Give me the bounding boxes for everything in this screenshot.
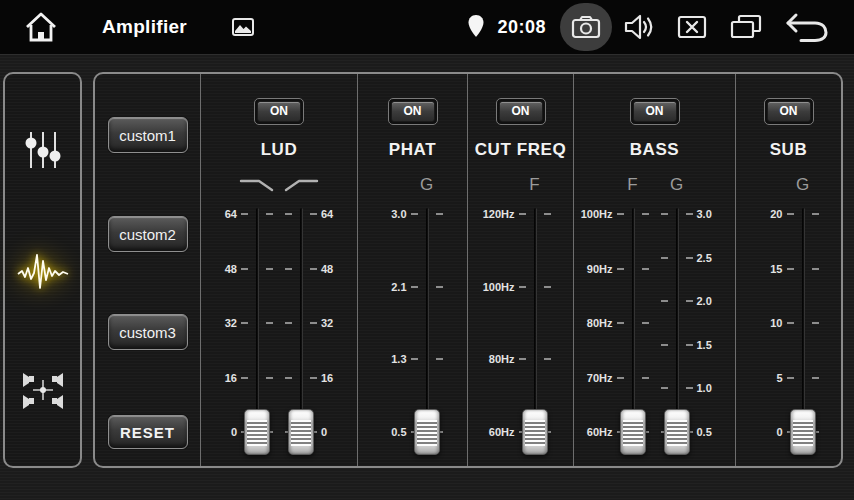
sidebar-item-speaker-balance[interactable]: [13, 360, 73, 420]
tick-dash: [617, 268, 624, 270]
sub-slider-0-knob[interactable]: [790, 409, 816, 455]
slider-track[interactable]: [676, 208, 679, 442]
tick-dash: [787, 213, 794, 215]
param-label-sub-0: G: [796, 175, 809, 195]
amplifier-panel: custom1 custom2 custom3 RESET ONLUD64483…: [93, 72, 843, 468]
tick-label: 80Hz: [489, 352, 515, 366]
tick-dash: [266, 377, 273, 379]
channel-title-sub: SUB: [770, 140, 808, 162]
lud-slider-0: 644832160: [217, 166, 269, 456]
tick-label: 10: [770, 316, 782, 330]
lud-slider-0-body: 644832160: [217, 204, 269, 456]
tick-dash: [285, 213, 292, 215]
sidebar-item-equalizer[interactable]: [13, 120, 73, 180]
tick-label: 100Hz: [581, 207, 613, 221]
bass-slider-1-knob[interactable]: [664, 409, 690, 455]
tick-dash: [544, 286, 551, 288]
tick-dash: [544, 213, 551, 215]
slider-track[interactable]: [534, 208, 537, 442]
tick-dash: [661, 387, 668, 389]
tick-label: 2.5: [697, 251, 712, 265]
tick-label: 0: [231, 425, 237, 439]
home-icon: [22, 8, 60, 46]
back-button[interactable]: [784, 10, 830, 44]
sidebar: [3, 72, 82, 468]
sub-slider-0-body: 20151050: [763, 204, 815, 456]
sidebar-item-sound-effects[interactable]: [13, 240, 73, 300]
cut-freq-on-button[interactable]: ON: [499, 101, 543, 122]
channel-title-bass: BASS: [630, 140, 680, 162]
slider-track[interactable]: [426, 208, 429, 442]
tick-dash: [617, 213, 624, 215]
top-bar: Amplifier 20:08: [0, 0, 854, 55]
bass-on-button[interactable]: ON: [633, 101, 677, 122]
tick-dash: [241, 213, 248, 215]
tick-label: 70Hz: [587, 371, 613, 385]
sub-on-frame: ON: [764, 98, 814, 125]
bass-slider-0-header: F: [593, 166, 645, 204]
tick-label: 1.3: [391, 352, 406, 366]
tick-label: 48: [225, 262, 237, 276]
lud-on-frame: ON: [254, 98, 304, 125]
channel-title-lud: LUD: [261, 140, 298, 162]
tick-label: 60Hz: [489, 425, 515, 439]
tick-dash: [411, 358, 418, 360]
phat-slider-0-body: 3.02.11.30.5: [387, 204, 439, 456]
slider-track[interactable]: [300, 208, 303, 442]
custom1-button[interactable]: custom1: [108, 117, 188, 153]
phat-slider-0: G3.02.11.30.5: [387, 166, 439, 456]
tick-dash: [285, 377, 292, 379]
volume-icon: [622, 12, 656, 42]
phat-on-frame: ON: [388, 98, 438, 125]
tick-label: 60Hz: [587, 425, 613, 439]
tick-dash: [686, 387, 693, 389]
tick-dash: [411, 286, 418, 288]
reset-button[interactable]: RESET: [108, 415, 188, 449]
slider-track[interactable]: [802, 208, 805, 442]
phat-sliders: G3.02.11.30.5: [387, 166, 439, 456]
channel-cut-freq: ONCUT FREQF120Hz100Hz80Hz60Hz: [467, 74, 573, 466]
bass-slider-0-body: 100Hz90Hz80Hz70Hz60Hz: [593, 204, 645, 456]
phat-on-button[interactable]: ON: [391, 101, 435, 122]
channel-title-cut-freq: CUT FREQ: [475, 140, 567, 162]
tick-dash: [519, 286, 526, 288]
cut-freq-slider-0-knob[interactable]: [522, 409, 548, 455]
bass-slider-1-body: 3.02.52.01.51.00.5: [665, 204, 717, 456]
custom3-button[interactable]: custom3: [108, 314, 188, 350]
tick-dash: [436, 286, 443, 288]
tick-dash: [411, 213, 418, 215]
tick-dash: [519, 213, 526, 215]
tick-dash: [642, 377, 649, 379]
home-button[interactable]: [22, 8, 60, 46]
close-app-button[interactable]: [676, 13, 708, 41]
knob-ridges: [623, 420, 643, 446]
tick-dash: [436, 213, 443, 215]
sub-slider-0-header: G: [763, 166, 815, 204]
bass-slider-0: F100Hz90Hz80Hz70Hz60Hz: [593, 166, 645, 456]
phat-slider-0-knob[interactable]: [414, 409, 440, 455]
lud-slider-1-knob[interactable]: [288, 409, 314, 455]
lud-on-button[interactable]: ON: [257, 101, 301, 122]
bass-slider-0-knob[interactable]: [620, 409, 646, 455]
camera-icon: [570, 13, 602, 41]
tick-dash: [812, 268, 819, 270]
tick-label: 0.5: [697, 425, 712, 439]
custom2-button[interactable]: custom2: [108, 216, 188, 252]
recent-apps-icon: [728, 13, 764, 41]
tick-dash: [686, 257, 693, 259]
recent-apps-button[interactable]: [728, 13, 764, 41]
mixer-sliders-icon: [22, 127, 64, 173]
screenshot-button[interactable]: [560, 3, 612, 51]
lud-slider-0-knob[interactable]: [244, 409, 270, 455]
slider-track[interactable]: [256, 208, 259, 442]
sub-on-button[interactable]: ON: [767, 101, 811, 122]
volume-button[interactable]: [622, 12, 656, 42]
tick-label: 3.0: [391, 207, 406, 221]
tick-label: 32: [321, 316, 333, 330]
tick-label: 32: [225, 316, 237, 330]
tick-dash: [617, 322, 624, 324]
tick-label: 90Hz: [587, 262, 613, 276]
slider-track[interactable]: [632, 208, 635, 442]
tick-dash: [787, 377, 794, 379]
wallpaper-button[interactable]: [231, 16, 255, 38]
